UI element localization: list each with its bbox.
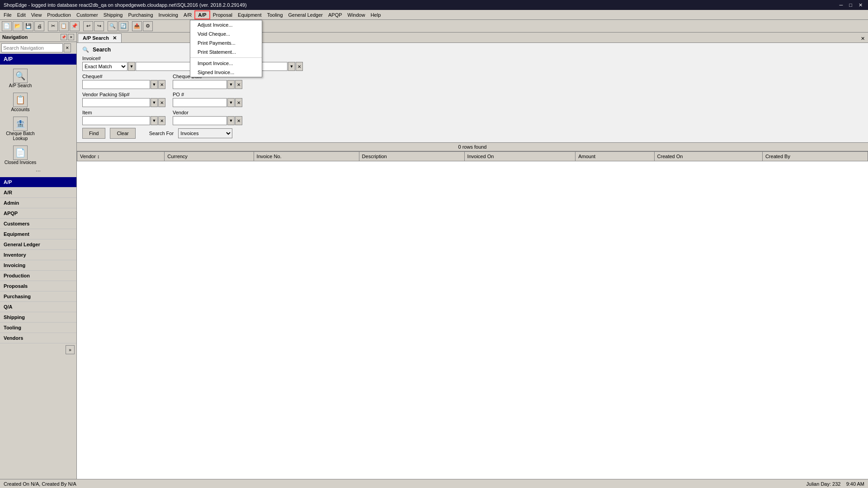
nav-item-equipment[interactable]: Equipment bbox=[0, 229, 76, 239]
results-table-container[interactable]: Vendor ↕ Currency Invoice No. Descriptio… bbox=[77, 151, 868, 488]
invoice-date-clear-btn[interactable]: ✕ bbox=[296, 62, 303, 71]
vendor-packing-input-row: ▼ ✕ bbox=[82, 98, 165, 107]
item-clear-btn[interactable]: ✕ bbox=[158, 116, 165, 125]
vendor-packing-clear-btn[interactable]: ✕ bbox=[158, 98, 165, 107]
cheque-date-clear-btn[interactable]: ✕ bbox=[235, 80, 242, 89]
search-for-select[interactable]: Invoices Cheques Payments bbox=[178, 128, 232, 138]
nav-item-qa[interactable]: Q/A bbox=[0, 302, 76, 312]
nav-scroll-down[interactable]: ⋯ bbox=[2, 168, 74, 175]
po-dropdown-btn[interactable]: ▼ bbox=[227, 98, 235, 107]
minimize-button[interactable]: ─ bbox=[838, 2, 845, 8]
nav-search-input[interactable] bbox=[1, 43, 63, 52]
nav-close-button[interactable]: ✕ bbox=[68, 34, 74, 40]
nav-item-gl[interactable]: General Ledger bbox=[0, 239, 76, 250]
menu-invoicing[interactable]: Invoicing bbox=[156, 11, 181, 19]
nav-item-production[interactable]: Production bbox=[0, 271, 76, 281]
menu-help[interactable]: Help bbox=[368, 11, 384, 19]
nav-item-apqp[interactable]: APQP bbox=[0, 208, 76, 219]
menu-bar: File Edit View Production Customer Shipp… bbox=[0, 10, 868, 20]
cheque-clear-btn[interactable]: ✕ bbox=[158, 80, 165, 89]
toolbar-undo[interactable]: ↩ bbox=[83, 21, 93, 31]
nav-icon-accounts[interactable]: 📋 Accounts bbox=[2, 91, 38, 114]
nav-item-tooling[interactable]: Tooling bbox=[0, 323, 76, 333]
menu-ap[interactable]: A/P bbox=[194, 10, 210, 19]
nav-item-proposals[interactable]: Proposals bbox=[0, 281, 76, 291]
nav-pin-button[interactable]: 📌 bbox=[61, 34, 67, 40]
invoice-match-select[interactable]: Exact Match Contains Starts With Ends Wi… bbox=[82, 62, 127, 71]
nav-item-inventory[interactable]: Inventory bbox=[0, 250, 76, 260]
nav-search-clear-button[interactable]: ✕ bbox=[64, 43, 71, 52]
nav-item-purchasing[interactable]: Purchasing bbox=[0, 291, 76, 302]
toolbar-cut[interactable]: ✂ bbox=[48, 21, 58, 31]
nav-icon-cheque-batch[interactable]: 🏦 Cheque Batch Lookup bbox=[2, 115, 38, 143]
find-button[interactable]: Find bbox=[82, 128, 105, 139]
toolbar-settings[interactable]: ⚙ bbox=[143, 21, 153, 31]
cheque-date-dropdown-btn[interactable]: ▼ bbox=[227, 80, 235, 89]
col-vendor[interactable]: Vendor ↕ bbox=[77, 152, 165, 161]
nav-item-shipping[interactable]: Shipping bbox=[0, 312, 76, 323]
nav-item-vendors[interactable]: Vendors bbox=[0, 333, 76, 343]
toolbar-copy[interactable]: 📋 bbox=[59, 21, 69, 31]
menu-ar[interactable]: A/R bbox=[181, 11, 194, 19]
nav-item-ap[interactable]: A/P bbox=[0, 177, 76, 188]
menu-window[interactable]: Window bbox=[345, 11, 368, 19]
item-input[interactable] bbox=[82, 116, 150, 125]
cheque-date-input[interactable] bbox=[173, 80, 227, 89]
vendor-input[interactable] bbox=[173, 116, 227, 125]
toolbar-export[interactable]: 📤 bbox=[132, 21, 142, 31]
results-bar: 0 rows found bbox=[77, 143, 868, 151]
nav-item-ar[interactable]: A/R bbox=[0, 188, 76, 198]
toolbar-refresh[interactable]: 🔄 bbox=[118, 21, 128, 31]
nav-item-invoicing[interactable]: Invoicing bbox=[0, 260, 76, 271]
dropdown-print-statement[interactable]: Print Statement... bbox=[190, 47, 262, 56]
menu-customer[interactable]: Customer bbox=[74, 11, 101, 19]
menu-apqp[interactable]: APQP bbox=[326, 11, 345, 19]
menu-equipment[interactable]: Equipment bbox=[235, 11, 264, 19]
nav-item-admin[interactable]: Admin bbox=[0, 198, 76, 208]
invoice-date-dropdown-btn[interactable]: ▼ bbox=[288, 62, 295, 71]
nav-icon-ap-search[interactable]: 🔍 A/P Search bbox=[2, 67, 38, 90]
dropdown-void-cheque[interactable]: Void Cheque... bbox=[190, 29, 262, 38]
menu-shipping[interactable]: Shipping bbox=[101, 11, 126, 19]
cheque-batch-icon: 🏦 bbox=[13, 117, 28, 131]
menu-production[interactable]: Production bbox=[44, 11, 74, 19]
vendor-packing-input[interactable] bbox=[82, 98, 150, 107]
tab-ap-search[interactable]: A/P Search ✕ bbox=[78, 33, 122, 42]
dropdown-adjust-invoice[interactable]: Adjust Invoice... bbox=[190, 20, 262, 29]
nav-expand-button[interactable]: » bbox=[66, 345, 75, 354]
po-clear-btn[interactable]: ✕ bbox=[235, 98, 242, 107]
cheque-dropdown-btn[interactable]: ▼ bbox=[151, 80, 158, 89]
nav-item-customers[interactable]: Customers bbox=[0, 219, 76, 229]
toolbar-new[interactable]: 📄 bbox=[2, 21, 12, 31]
tab-close-button[interactable]: ✕ bbox=[113, 35, 117, 41]
menu-tooling[interactable]: Tooling bbox=[264, 11, 286, 19]
vendor-clear-btn[interactable]: ✕ bbox=[235, 116, 242, 125]
toolbar-open[interactable]: 📂 bbox=[13, 21, 23, 31]
toolbar-save[interactable]: 💾 bbox=[24, 21, 33, 31]
menu-gl[interactable]: General Ledger bbox=[286, 11, 326, 19]
po-input[interactable] bbox=[173, 98, 227, 107]
vendor-dropdown-btn[interactable]: ▼ bbox=[227, 116, 235, 125]
close-button[interactable]: ✕ bbox=[857, 2, 864, 8]
menu-file[interactable]: File bbox=[1, 11, 14, 19]
cheque-input[interactable] bbox=[82, 80, 150, 89]
toolbar-paste[interactable]: 📌 bbox=[70, 21, 80, 31]
clear-button[interactable]: Clear bbox=[110, 128, 135, 139]
nav-icon-closed-invoices[interactable]: 📄 Closed Invoices bbox=[2, 144, 38, 167]
toolbar-search[interactable]: 🔍 bbox=[108, 21, 118, 31]
vendor-packing-dropdown-btn[interactable]: ▼ bbox=[151, 98, 158, 107]
menu-edit[interactable]: Edit bbox=[14, 11, 28, 19]
maximize-button[interactable]: □ bbox=[847, 2, 854, 8]
dropdown-print-payments[interactable]: Print Payments... bbox=[190, 38, 262, 47]
dropdown-signed-invoice[interactable]: Signed Invoice... bbox=[190, 68, 262, 77]
dropdown-import-invoice[interactable]: Import Invoice... bbox=[190, 59, 262, 68]
ap-dropdown-menu: Adjust Invoice... Void Cheque... Print P… bbox=[190, 20, 262, 77]
toolbar-print[interactable]: 🖨 bbox=[34, 21, 44, 31]
menu-purchasing[interactable]: Purchasing bbox=[125, 11, 156, 19]
toolbar-redo[interactable]: ↪ bbox=[94, 21, 104, 31]
content-close-button[interactable]: ✕ bbox=[859, 35, 867, 42]
item-dropdown-btn[interactable]: ▼ bbox=[151, 116, 158, 125]
invoice-match-dropdown-btn[interactable]: ▼ bbox=[128, 62, 135, 71]
menu-view[interactable]: View bbox=[28, 11, 45, 19]
menu-proposal[interactable]: Proposal bbox=[210, 11, 235, 19]
